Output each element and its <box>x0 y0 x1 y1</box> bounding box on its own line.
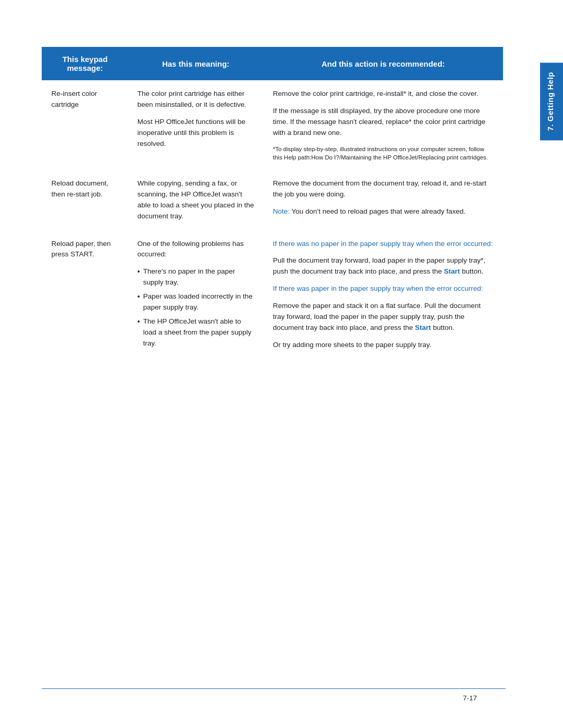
col-header-meaning: Has this meaning: <box>128 47 264 80</box>
table-row: Reload document, then re-start job. Whil… <box>42 170 503 230</box>
footer-divider <box>42 688 506 689</box>
page-container: 7. Getting Help This keypad message: Has… <box>0 0 563 728</box>
action-cell: Remove the document from the document tr… <box>264 170 503 230</box>
page-footer: 7-17 <box>42 688 534 702</box>
blue-heading-1: If there was no paper in the paper suppl… <box>273 239 494 250</box>
col-header-keypad: This keypad message: <box>42 47 128 80</box>
page-number: 7-17 <box>42 694 506 702</box>
table-row: Re-insert color cartridge The color prin… <box>42 80 503 170</box>
meaning-cell: The color print cartridge has either bee… <box>128 80 264 170</box>
side-tab: 7. Getting Help <box>540 63 563 140</box>
main-content: This keypad message: Has this meaning: A… <box>42 47 532 361</box>
keypad-message: Reload paper, then press START. <box>42 230 128 361</box>
action-cell: Remove the color print cartridge, re-ins… <box>264 80 503 170</box>
note-label: Note: <box>273 207 290 215</box>
blue-heading-2: If there was paper in the paper supply t… <box>273 283 494 294</box>
side-tab-label: 7. Getting Help <box>546 72 555 131</box>
table-row: Reload paper, then press START. One of t… <box>42 230 503 361</box>
keypad-message: Reload document, then re-start job. <box>42 170 128 230</box>
action-cell: If there was no paper in the paper suppl… <box>264 230 503 361</box>
help-table: This keypad message: Has this meaning: A… <box>42 47 503 361</box>
keypad-message: Re-insert color cartridge <box>42 80 128 170</box>
col-header-action: And this action is recommended: <box>264 47 503 80</box>
meaning-cell: While copying, sending a fax, or scannin… <box>128 170 264 230</box>
meaning-cell: One of the following problems has occurr… <box>128 230 264 361</box>
